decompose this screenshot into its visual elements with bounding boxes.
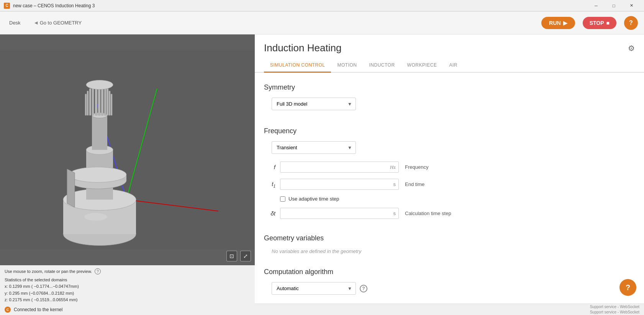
symmetry-title: Symmetry	[264, 83, 635, 91]
viewer-help-icon[interactable]: ?	[95, 268, 101, 274]
symmetry-dropdown-wrapper: Full 3D model Axisymmetric Half symmetry…	[272, 98, 356, 110]
comp-algo-help-icon[interactable]: ?	[360, 285, 367, 292]
frequency-dropdown-wrapper: Transient Harmonic ▼	[272, 141, 356, 154]
window-title: new case – CENOS Induction Heating 3	[13, 3, 95, 8]
tab-simulation-control[interactable]: SIMULATION CONTROL	[264, 59, 331, 73]
goto-geometry-label: Go to GEOMETRY	[40, 20, 82, 26]
dt-description: Calculation time step	[405, 211, 451, 216]
goto-geometry-button[interactable]: ◀ Go to GEOMETRY	[31, 18, 85, 27]
frequency-select[interactable]: Transient Harmonic	[272, 141, 356, 154]
dt-input-wrap: s	[280, 208, 399, 219]
svg-point-11	[69, 167, 126, 183]
frequency-field-row: f Hz Frequency	[264, 162, 635, 173]
viewer-info: Use mouse to zoom, rotate or pan the pre…	[0, 265, 255, 307]
comp-algo-select[interactable]: Automatic Manual	[272, 282, 356, 295]
symmetry-select[interactable]: Full 3D model Axisymmetric Half symmetry	[272, 98, 356, 110]
stop-button[interactable]: STOP ■	[583, 17, 616, 29]
panel-title: Induction Heating	[264, 42, 341, 54]
comp-algo-row: Automatic Manual ▼ ?	[264, 282, 635, 295]
toolbar: Desk ◀ Go to GEOMETRY RUN ▶ STOP ■ ?	[0, 11, 644, 34]
geo-vars-section: Geometry variables No variables are defi…	[264, 234, 635, 254]
frequency-section: Frequency Transient Harmonic ▼ f	[264, 127, 635, 219]
right-header: Induction Heating ⚙	[255, 34, 644, 54]
right-content: Symmetry Full 3D model Axisymmetric Half…	[255, 73, 644, 304]
connection-status: Connected to the kernel	[14, 307, 62, 312]
svg-rect-22	[109, 91, 110, 116]
tab-motion[interactable]: MOTION	[331, 59, 363, 73]
tab-air[interactable]: AIR	[443, 59, 464, 73]
viewer-canvas[interactable]: ⊡ ⤢	[0, 34, 255, 265]
svg-point-25	[86, 80, 113, 90]
f-input[interactable]	[280, 162, 399, 173]
stats-title: Statistics of the selected domains	[5, 277, 250, 284]
dt-field-row: δt s Calculation time step	[264, 208, 635, 219]
f-description: Frequency	[405, 164, 428, 170]
close-button[interactable]: ✕	[623, 0, 640, 11]
comp-algo-section: Computation algorithm Automatic Manual ▼…	[264, 268, 635, 295]
svg-rect-23	[85, 94, 87, 116]
status-left: C Connected to the kernel	[5, 307, 62, 313]
dt-label: δt	[264, 210, 275, 217]
frequency-title: Frequency	[264, 127, 635, 135]
right-panel: Induction Heating ⚙ SIMULATION CONTROL M…	[255, 34, 644, 304]
svg-rect-21	[87, 91, 88, 116]
minimize-button[interactable]: ─	[587, 0, 605, 11]
t1-description: End time	[405, 181, 424, 187]
stop-icon: ■	[606, 20, 610, 26]
svg-rect-17	[104, 86, 106, 116]
adaptive-timestep-row: Use adaptive time step	[280, 196, 635, 202]
tabs-bar: SIMULATION CONTROL MOTION INDUCTOR WORKP…	[255, 59, 644, 73]
adaptive-timestep-checkbox[interactable]	[280, 196, 285, 202]
stats-y: y: 0.295 mm (−0.07684...0.2182 mm)	[5, 290, 250, 297]
maximize-button[interactable]: □	[605, 0, 623, 11]
status-indicator: C	[5, 307, 11, 313]
t1-input-wrap: s	[280, 179, 399, 190]
svg-marker-26	[67, 169, 75, 207]
tab-inductor[interactable]: INDUCTOR	[363, 59, 401, 73]
support-line-2: Support service - WebSocket	[590, 310, 639, 315]
support-info: Support service - WebSocket Support serv…	[590, 304, 639, 315]
geo-vars-note: No variables are defined in the geometry	[272, 248, 635, 254]
left-arrow-icon: ◀	[34, 20, 38, 25]
svg-rect-18	[92, 87, 94, 116]
stats-z: z: 0.2175 mm ( −0.1519...0.06554 mm)	[5, 297, 250, 304]
frame-view-button[interactable]: ⊡	[226, 251, 237, 261]
desk-label: Desk	[9, 20, 21, 26]
comp-algo-dropdown-wrapper: Automatic Manual ▼	[272, 282, 356, 295]
svg-rect-12	[92, 116, 107, 150]
f-label: f	[264, 164, 275, 170]
frequency-form-group: Transient Harmonic ▼	[264, 141, 635, 154]
symmetry-section: Symmetry Full 3D model Axisymmetric Half…	[264, 83, 635, 110]
desk-button[interactable]: Desk	[6, 18, 24, 27]
run-label: RUN	[549, 20, 560, 26]
mouse-hint-text: Use mouse to zoom, rotate or pan the pre…	[5, 269, 92, 274]
t1-input[interactable]	[280, 179, 399, 190]
svg-rect-24	[111, 94, 112, 116]
tab-workpiece[interactable]: WORKPIECE	[401, 59, 443, 73]
t1-label: t1	[264, 181, 275, 188]
settings-icon[interactable]: ⚙	[628, 44, 635, 53]
symmetry-form-group: Full 3D model Axisymmetric Half symmetry…	[264, 98, 635, 110]
help-button[interactable]: ?	[624, 16, 638, 30]
t1-field-row: t1 s End time	[264, 179, 635, 190]
svg-rect-20	[107, 89, 108, 116]
stop-label: STOP	[590, 20, 604, 26]
comp-algo-title: Computation algorithm	[264, 268, 635, 276]
support-line-1: Support service - WebSocket	[590, 304, 639, 310]
fullscreen-button[interactable]: ⤢	[240, 251, 251, 261]
geo-vars-title: Geometry variables	[264, 234, 635, 242]
help-icon-label: ?	[629, 20, 633, 26]
stats-x: x: 0.1299 mm ( −0.1774...−0.04747mm)	[5, 283, 250, 290]
run-button[interactable]: RUN ▶	[541, 17, 575, 29]
f-input-wrap: Hz	[280, 162, 399, 173]
svg-point-27	[84, 213, 107, 221]
adaptive-timestep-label: Use adaptive time step	[288, 196, 339, 202]
viewer-panel: ⊡ ⤢ Use mouse to zoom, rotate or pan the…	[0, 34, 255, 304]
float-help-button[interactable]: ?	[619, 279, 636, 296]
dt-input[interactable]	[280, 208, 399, 219]
app-icon: C	[4, 3, 10, 9]
titlebar: C new case – CENOS Induction Heating 3 ─…	[0, 0, 644, 11]
main-layout: ⊡ ⤢ Use mouse to zoom, rotate or pan the…	[0, 34, 644, 304]
float-help-label: ?	[626, 283, 630, 292]
run-icon: ▶	[563, 20, 567, 26]
